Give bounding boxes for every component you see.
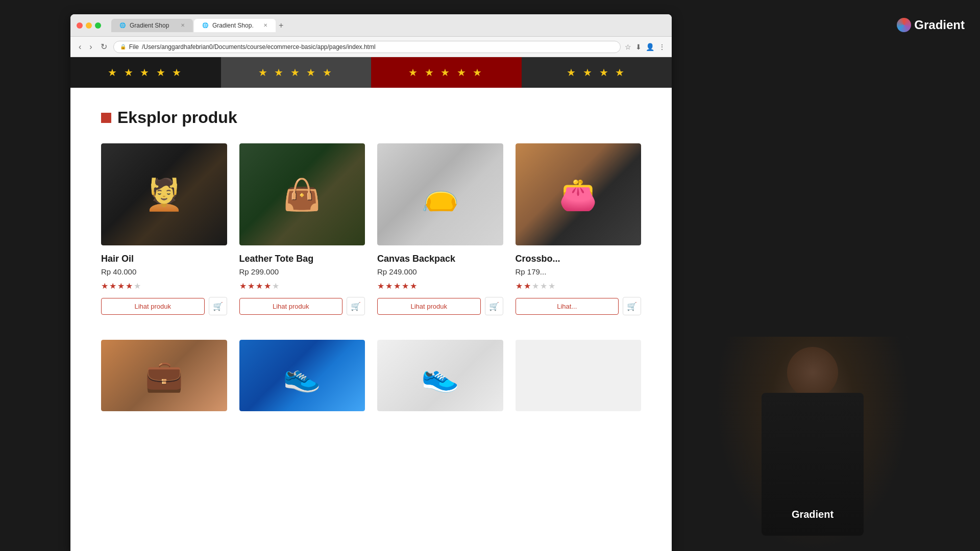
tab-close-icon[interactable]: ✕: [181, 22, 185, 28]
stars-1: ★ ★ ★ ★ ★: [108, 66, 183, 79]
product-actions-leather-tote: Lihat produk 🛒: [239, 297, 365, 315]
back-button[interactable]: ‹: [77, 40, 83, 54]
product-name-crossbody: Crossbo...: [516, 254, 642, 264]
tab-favicon: 🌐: [119, 22, 126, 28]
reload-button[interactable]: ↻: [99, 40, 109, 54]
brown-bag-image: [101, 340, 227, 411]
product-stars-leather-tote: ★ ★ ★ ★ ★: [239, 281, 365, 291]
leather-tote-image: [239, 143, 365, 245]
product-card-crossbody: Crossbo... Rp 179... ★ ★ ★ ★ ★ Lihat... …: [516, 143, 642, 315]
star-1: ★: [516, 281, 523, 291]
star-1: ★: [377, 281, 384, 291]
product-price-leather-tote: Rp 299.000: [239, 267, 365, 276]
product-card-canvas-backpack: Canvas Backpack Rp 249.000 ★ ★ ★ ★ ★ Lih…: [377, 143, 503, 315]
gradient-logo: Gradient: [897, 18, 965, 32]
blue-shoes-image: [239, 340, 365, 411]
bookmark-button[interactable]: ☆: [625, 43, 631, 51]
star-2: ★: [248, 281, 255, 291]
hair-oil-image: [101, 143, 227, 245]
product-actions-crossbody: Lihat... 🛒: [516, 297, 642, 315]
star-3: ★: [394, 281, 401, 291]
star-4: ★: [126, 281, 133, 291]
products-grid-bottom: [101, 340, 641, 419]
product-card-brown-bag: [101, 340, 227, 419]
lihat-produk-button-crossbody[interactable]: Lihat...: [516, 298, 619, 315]
star-3-empty: ★: [532, 281, 539, 291]
add-to-cart-button-crossbody[interactable]: 🛒: [623, 297, 641, 315]
product-card-hair-oil: Hair Oil Rp 40.000 ★ ★ ★ ★ ★ Lihat produ…: [101, 143, 227, 315]
white-shoes-image: [377, 340, 503, 411]
address-bar[interactable]: 🔒 File /Users/anggardhafebrian0/Document…: [113, 41, 621, 53]
tab-gradient-shop-1[interactable]: 🌐 Gradient Shop ✕: [111, 19, 193, 32]
product-card-placeholder: [516, 340, 642, 419]
product-name-leather-tote: Leather Tote Bag: [239, 254, 365, 264]
profile-button[interactable]: 👤: [646, 43, 654, 51]
product-name-canvas-backpack: Canvas Backpack: [377, 254, 503, 264]
menu-button[interactable]: ⋮: [658, 43, 666, 51]
stars-3: ★ ★ ★ ★ ★: [408, 66, 484, 79]
stars-4: ★ ★ ★ ★: [567, 66, 626, 79]
product-image-blue-shoes: [239, 340, 365, 411]
stars-2: ★ ★ ★ ★ ★: [258, 66, 334, 79]
rating-strip: ★ ★ ★ ★ ★ ★ ★ ★ ★ ★ ★ ★ ★ ★ ★ ★ ★ ★ ★: [70, 57, 672, 88]
tab-gradient-shop-2[interactable]: 🌐 Gradient Shop. ✕: [194, 19, 276, 32]
browser-toolbar: ‹ › ↻ 🔒 File /Users/anggardhafebrian0/Do…: [70, 37, 672, 57]
star-2: ★: [109, 281, 116, 291]
person-head: [787, 347, 838, 398]
forward-button[interactable]: ›: [87, 40, 94, 54]
add-to-cart-button-hair-oil[interactable]: 🛒: [209, 297, 227, 315]
main-content: Eksplor produk Hair Oil Rp 40.000 ★ ★ ★ …: [70, 88, 672, 464]
downloads-button[interactable]: ⬇: [635, 43, 642, 51]
address-prefix: File: [129, 43, 139, 51]
star-2: ★: [524, 281, 531, 291]
products-grid: Hair Oil Rp 40.000 ★ ★ ★ ★ ★ Lihat produ…: [101, 143, 641, 315]
product-price-hair-oil: Rp 40.000: [101, 267, 227, 276]
crossbody-image: [516, 143, 642, 245]
product-actions-canvas-backpack: Lihat produk 🛒: [377, 297, 503, 315]
product-card-blue-shoes: [239, 340, 365, 419]
star-1: ★: [101, 281, 108, 291]
rating-section-4: ★ ★ ★ ★: [522, 57, 672, 88]
add-to-cart-button-canvas-backpack[interactable]: 🛒: [485, 297, 503, 315]
star-2: ★: [385, 281, 393, 291]
browser-window: 🌐 Gradient Shop ✕ 🌐 Gradient Shop. ✕ + ‹…: [70, 14, 672, 551]
lihat-produk-button-leather-tote[interactable]: Lihat produk: [239, 298, 343, 315]
product-card-white-shoes: [377, 340, 503, 419]
gradient-logo-text: Gradient: [914, 18, 965, 32]
section-header: Eksplor produk: [101, 108, 641, 127]
rating-section-3: ★ ★ ★ ★ ★: [371, 57, 522, 88]
star-4: ★: [264, 281, 271, 291]
product-image-placeholder: [516, 340, 642, 411]
new-tab-button[interactable]: +: [279, 19, 283, 32]
lihat-produk-button-hair-oil[interactable]: Lihat produk: [101, 298, 205, 315]
product-image-hair-oil: [101, 143, 227, 245]
traffic-lights: [77, 22, 101, 29]
product-name-hair-oil: Hair Oil: [101, 254, 227, 264]
lihat-produk-button-canvas-backpack[interactable]: Lihat produk: [377, 298, 481, 315]
person-body: Gradient: [762, 393, 864, 536]
person-silhouette: Gradient: [716, 337, 910, 551]
product-price-crossbody: Rp 179...: [516, 267, 642, 276]
section-title: Eksplor produk: [117, 108, 237, 127]
brand-label: Gradient: [792, 509, 834, 520]
star-3: ★: [117, 281, 125, 291]
close-button[interactable]: [77, 22, 83, 29]
product-image-brown-bag: [101, 340, 227, 411]
maximize-button[interactable]: [95, 22, 101, 29]
tab-favicon-2: 🌐: [202, 22, 208, 28]
minimize-button[interactable]: [86, 22, 92, 29]
star-5-empty: ★: [272, 281, 279, 291]
browser-titlebar: 🌐 Gradient Shop ✕ 🌐 Gradient Shop. ✕ +: [70, 14, 672, 37]
product-actions-hair-oil: Lihat produk 🛒: [101, 297, 227, 315]
product-stars-crossbody: ★ ★ ★ ★ ★: [516, 281, 642, 291]
add-to-cart-button-leather-tote[interactable]: 🛒: [347, 297, 365, 315]
star-5-empty: ★: [548, 281, 555, 291]
product-image-leather-tote: [239, 143, 365, 245]
address-icon: 🔒: [120, 44, 126, 49]
rating-section-1: ★ ★ ★ ★ ★: [70, 57, 221, 88]
star-5: ★: [410, 281, 417, 291]
tab-label: Gradient Shop: [130, 22, 169, 29]
product-stars-canvas-backpack: ★ ★ ★ ★ ★: [377, 281, 503, 291]
gradient-logo-icon: [897, 18, 911, 32]
tab-close-icon-2[interactable]: ✕: [263, 22, 267, 28]
